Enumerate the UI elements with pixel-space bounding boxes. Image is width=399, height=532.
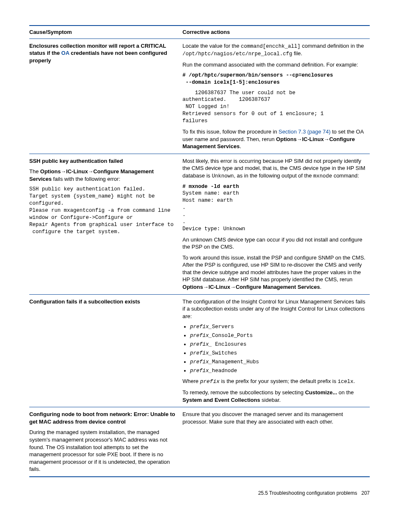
list-item: prefix_ Enclosures: [190, 341, 367, 348]
cause-cell: SSH public key authentication failedThe …: [29, 154, 182, 294]
paragraph: Enclosures collection monitor will repor…: [29, 42, 176, 64]
paragraph: Locate the value for the command[encchk_…: [182, 42, 367, 58]
table-row: Configuration fails if a subcollection e…: [29, 294, 370, 407]
list-item: prefix_Management_Hubs: [190, 358, 367, 366]
cause-cell: Enclosures collection monitor will repor…: [29, 39, 182, 154]
header-action: Corrective actions: [182, 26, 370, 39]
cause-cell: Configuration fails if a subcollection e…: [29, 294, 182, 407]
paragraph: To remedy, remove the subcollections by …: [182, 389, 367, 403]
list-item: prefix_Switches: [190, 350, 367, 357]
code-block: SSH public key authentication failed. Ta…: [29, 186, 176, 235]
table-row: SSH public key authentication failedThe …: [29, 154, 370, 294]
bullet-list: prefix_Serversprefix_Console_Portsprefix…: [182, 323, 367, 374]
paragraph: Configuring node to boot from network: E…: [29, 411, 176, 425]
table-row: Configuring node to boot from network: E…: [29, 407, 370, 477]
code-block: # /opt/hptc/supermon/bin/sensors --cp=en…: [182, 72, 367, 86]
action-cell: The configuration of the Insight Control…: [182, 294, 370, 407]
paragraph: SSH public key authentication failed: [29, 157, 176, 165]
cause-cell: Configuring node to boot from network: E…: [29, 407, 182, 477]
paragraph: Run the command associated with the comm…: [182, 61, 367, 69]
page-footer: 25.5 Troubleshooting configuration probl…: [29, 477, 370, 496]
header-cause: Cause/Symptom: [29, 26, 182, 39]
action-cell: Most likely, this error is occurring bec…: [182, 154, 370, 294]
page: Cause/Symptom Corrective actions Enclosu…: [0, 0, 399, 509]
code-block: 1206387637 The user could not be authent…: [182, 90, 367, 125]
action-cell: Ensure that you discover the managed ser…: [182, 407, 370, 477]
troubleshooting-table: Cause/Symptom Corrective actions Enclosu…: [29, 25, 370, 477]
paragraph: To work around this issue, install the P…: [182, 254, 367, 291]
paragraph: Most likely, this error is occurring bec…: [182, 157, 367, 180]
paragraph: The configuration of the Insight Control…: [182, 298, 367, 320]
paragraph: Where prefix is the prefix for your syst…: [182, 378, 367, 386]
paragraph: The Options→IC-Linux→Configure Managemen…: [29, 168, 176, 182]
list-item: prefix_Servers: [190, 323, 367, 331]
paragraph: To fix this issue, follow the procedure …: [182, 128, 367, 150]
footer-page: 207: [361, 490, 370, 496]
code-block: # mxnode -ld earth System name: earth Ho…: [182, 183, 367, 233]
paragraph: Configuration fails if a subcollection e…: [29, 298, 176, 306]
footer-section: 25.5 Troubleshooting configuration probl…: [258, 490, 357, 496]
paragraph: An unknown CMS device type can occur if …: [182, 236, 367, 251]
table-row: Enclosures collection monitor will repor…: [29, 39, 370, 154]
list-item: prefix_headnode: [190, 367, 367, 375]
paragraph: During the managed system installation, …: [29, 429, 176, 473]
paragraph: Ensure that you discover the managed ser…: [182, 411, 367, 425]
action-cell: Locate the value for the command[encchk_…: [182, 39, 370, 154]
list-item: prefix_Console_Ports: [190, 332, 367, 339]
